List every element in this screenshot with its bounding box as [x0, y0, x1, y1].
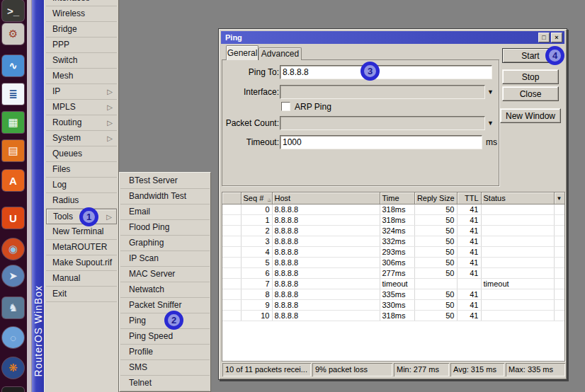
menu-item-bridge[interactable]: Bridge	[46, 22, 117, 38]
column-header-host[interactable]: Host	[272, 192, 380, 204]
submenu-item-ip-scan[interactable]: IP Scan	[120, 251, 210, 267]
menu-item-new-terminal[interactable]: New Terminal	[46, 224, 117, 240]
menu-item-switch[interactable]: Switch	[46, 53, 117, 69]
submenu-item-ping-speed[interactable]: Ping Speed	[120, 329, 210, 345]
menu-item-wireless[interactable]: Wireless	[46, 6, 117, 22]
table-menu-icon: ▼	[557, 195, 562, 202]
ping-result-row[interactable]: 58.8.8.8306ms5041	[222, 258, 564, 268]
terminal-icon[interactable]: >_	[2, 0, 24, 21]
web-browser-icon[interactable]: ➤	[2, 265, 24, 287]
winbox-vertical-title-text: RouterOS WinBox	[33, 285, 44, 376]
submenu-item-sms[interactable]: SMS	[120, 360, 210, 376]
general-tab-panel	[222, 59, 499, 186]
menu-item-label: Radius	[52, 195, 79, 205]
menu-item-label: Switch	[52, 55, 77, 65]
ping-result-row[interactable]: 98.8.8.8330ms5041	[222, 300, 564, 311]
submenu-arrow-icon: ▷	[107, 84, 113, 99]
ping-result-row[interactable]: 38.8.8.8332ms5041	[222, 236, 564, 247]
media-app-icon[interactable]: ◉	[2, 238, 24, 260]
statusbar-cell-2: 9% packet loss	[312, 363, 392, 376]
statusbar-cell-4: Avg: 315 ms	[450, 363, 504, 376]
submenu-item-netwatch[interactable]: Netwatch	[120, 282, 210, 298]
launcher-edge	[27, 0, 32, 392]
column-header-time[interactable]: Time	[380, 192, 414, 204]
menu-item-metarouter[interactable]: MetaROUTER	[46, 240, 117, 255]
system-monitor-icon[interactable]: ∿	[2, 55, 24, 76]
maximize-button[interactable]: □	[538, 33, 550, 42]
game-app-icon[interactable]: ♞	[2, 297, 24, 318]
ping-window-titlebar[interactable]: Ping	[221, 31, 564, 44]
chromium-icon[interactable]: ◌	[2, 327, 24, 348]
column-header-flag[interactable]	[222, 192, 241, 204]
ping-window: Ping □ × General Advanced Ping To: Inter…	[218, 28, 567, 380]
submenu-item-graphing[interactable]: Graphing	[120, 236, 210, 251]
submenu-item-bandwidth-test[interactable]: Bandwidth Test	[120, 189, 210, 204]
menu-item-system[interactable]: System▷	[46, 131, 117, 146]
menu-item-radius[interactable]: Radius	[46, 193, 117, 209]
close-window-button[interactable]: ×	[551, 33, 562, 42]
column-header-reply-size[interactable]: Reply Size	[414, 192, 457, 204]
menu-item-label: Manual	[52, 273, 80, 283]
menu-item-label: System	[52, 133, 81, 143]
sort-ascending-icon: ▲	[266, 196, 271, 202]
menu-item-label: Log	[52, 180, 67, 190]
winbox-vertical-title: RouterOS WinBox	[32, 285, 44, 392]
close-button[interactable]: Close	[502, 86, 559, 101]
tab-general[interactable]: General	[226, 45, 259, 60]
menu-item-label: Files	[52, 164, 70, 174]
software-center-icon[interactable]: A	[2, 170, 24, 191]
tools-submenu: BTest ServerBandwidth TestEmailFlood Pin…	[119, 172, 211, 392]
hidden-app-icon[interactable]	[2, 387, 24, 392]
ping-result-row[interactable]: 18.8.8.8318ms5041	[222, 215, 564, 226]
column-header-status[interactable]: Status	[481, 192, 554, 204]
ping-result-row[interactable]: 28.8.8.8324ms5041	[222, 226, 564, 236]
libreoffice-writer-icon[interactable]: ≣	[2, 83, 24, 105]
libreoffice-calc-icon[interactable]: ▦	[2, 112, 24, 133]
menu-item-label: Interfaces	[52, 0, 90, 3]
ping-result-row[interactable]: 68.8.8.8277ms5041	[222, 268, 564, 279]
new-window-button[interactable]: New Window	[500, 108, 561, 123]
firefox-icon[interactable]: ❋	[2, 357, 24, 379]
menu-item-routing[interactable]: Routing▷	[46, 115, 117, 131]
menu-item-ip[interactable]: IP▷	[46, 84, 117, 100]
menu-item-log[interactable]: Log	[46, 178, 117, 193]
menu-item-label: Exit	[52, 289, 67, 299]
menu-item-exit[interactable]: Exit	[46, 287, 117, 302]
ubuntu-one-icon[interactable]: U	[2, 207, 24, 229]
tab-advanced[interactable]: Advanced	[259, 47, 302, 60]
menu-item-mesh[interactable]: Mesh	[46, 69, 117, 84]
ping-result-row[interactable]: 78.8.8.8timeouttimeout	[222, 279, 564, 289]
submenu-item-mac-server[interactable]: MAC Server	[120, 267, 210, 282]
menu-item-interfaces[interactable]: Interfaces	[46, 0, 117, 6]
submenu-item-profile[interactable]: Profile	[120, 345, 210, 360]
menu-item-label: Wireless	[52, 8, 85, 18]
submenu-item-btest-server[interactable]: BTest Server	[120, 173, 210, 189]
menu-item-label: Bridge	[52, 24, 77, 34]
submenu-item-flood-ping[interactable]: Flood Ping	[120, 220, 210, 236]
ping-result-row[interactable]: 108.8.8.8318ms5041	[222, 311, 564, 321]
menu-item-manual[interactable]: Manual	[46, 271, 117, 287]
ping-result-row[interactable]: 08.8.8.8318ms5041	[222, 204, 564, 215]
menu-item-label: Mesh	[52, 71, 73, 81]
column-menu-button[interactable]: ▼	[554, 192, 564, 204]
submenu-arrow-icon: ▷	[107, 115, 113, 130]
submenu-item-packet-sniffer[interactable]: Packet Sniffer	[120, 298, 210, 313]
menu-item-ppp[interactable]: PPP	[46, 38, 117, 53]
ping-result-row[interactable]: 88.8.8.8335ms5041	[222, 289, 564, 300]
stop-button[interactable]: Stop	[502, 69, 559, 84]
annotation-step-1: 1	[79, 207, 98, 226]
column-header-seq[interactable]: Seq #▲	[241, 192, 272, 204]
menu-item-files[interactable]: Files	[46, 162, 117, 178]
menu-item-make-supout-rif[interactable]: Make Supout.rif	[46, 255, 117, 271]
submenu-item-email[interactable]: Email	[120, 204, 210, 220]
menu-item-mpls[interactable]: MPLS▷	[46, 100, 117, 115]
libreoffice-impress-icon[interactable]: ▤	[2, 140, 24, 161]
column-header-ttl[interactable]: TTL	[457, 192, 481, 204]
submenu-arrow-icon: ▷	[106, 209, 112, 224]
menu-item-label: PPP	[52, 40, 69, 50]
menu-item-queues[interactable]: Queues	[46, 146, 117, 162]
annotation-step-2: 2	[164, 311, 183, 330]
ping-result-row[interactable]: 48.8.8.8293ms5041	[222, 247, 564, 258]
settings-icon[interactable]: ⚙	[2, 23, 24, 45]
submenu-item-telnet[interactable]: Telnet	[120, 376, 210, 391]
